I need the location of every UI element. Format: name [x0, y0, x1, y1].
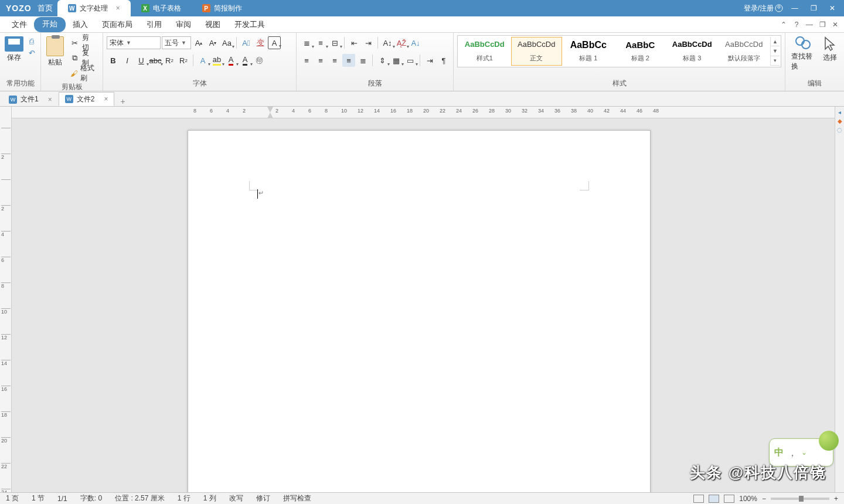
grow-font-button[interactable]: A▴ — [192, 36, 205, 49]
copy-button[interactable]: ⧉复制 — [68, 52, 98, 64]
view-web-layout-button[interactable] — [709, 495, 719, 503]
align-left-button[interactable]: ≡ — [300, 54, 313, 67]
page[interactable] — [188, 130, 651, 492]
bullets-button[interactable]: ≣ — [300, 36, 313, 49]
gallery-more-icon[interactable]: ▾ — [771, 56, 780, 66]
style-标题 3[interactable]: AaBbCcDd标题 3 — [666, 37, 718, 66]
panel-collapse-icon[interactable]: ◂ — [838, 109, 841, 115]
horizontal-ruler[interactable]: 8642246810121416182022242628303234363840… — [12, 107, 835, 118]
line-spacing-button[interactable]: ⇕ — [376, 54, 389, 67]
underline-button[interactable]: U — [135, 54, 148, 67]
indent-button[interactable]: ⇥ — [362, 36, 375, 49]
change-case-button[interactable]: Aa — [220, 36, 233, 49]
doc-tab-文件1[interactable]: W文件1× — [2, 92, 59, 106]
status-section[interactable]: 1 节 — [32, 493, 45, 503]
close-icon[interactable]: × — [48, 96, 52, 104]
menu-开始[interactable]: 开始 — [34, 17, 66, 32]
shrink-font-button[interactable]: A▾ — [206, 36, 219, 49]
view-outline-button[interactable] — [724, 495, 734, 503]
font-size-combo[interactable]: 五号▼ — [162, 36, 191, 49]
status-words[interactable]: 字数: 0 — [80, 493, 102, 503]
borders-button[interactable]: ▭ — [404, 54, 417, 67]
style-标题 2[interactable]: AaBbC标题 2 — [615, 37, 666, 66]
circled-char-button[interactable]: ㊞ — [253, 54, 266, 67]
clear-format-button[interactable]: Aͯ — [240, 36, 253, 49]
style-样式1[interactable]: AaBbCcDd样式1 — [459, 37, 511, 66]
app-tab-简报制作[interactable]: P简报制作 — [192, 0, 253, 16]
paste-button[interactable]: 粘贴 — [45, 35, 66, 69]
zoom-in-button[interactable]: + — [834, 495, 838, 503]
app-tab-电子表格[interactable]: X电子表格 — [131, 0, 192, 16]
menu-插入[interactable]: 插入 — [66, 17, 95, 32]
menu-引用[interactable]: 引用 — [139, 17, 169, 32]
document-canvas[interactable] — [12, 118, 835, 492]
status-spell[interactable]: 拼写检查 — [283, 493, 311, 503]
style-标题 1[interactable]: AaBbCc标题 1 — [563, 37, 614, 66]
highlight-button[interactable]: ab — [210, 54, 223, 67]
new-doc-button[interactable]: + — [114, 97, 131, 106]
status-page-of[interactable]: 1/1 — [57, 495, 67, 503]
zoom-slider[interactable] — [771, 498, 829, 500]
status-row[interactable]: 1 行 — [178, 493, 190, 503]
panel-nav-icon[interactable]: ◆ — [838, 118, 842, 124]
subscript-button[interactable]: R2 — [163, 54, 176, 67]
inner-restore-icon[interactable]: ❐ — [817, 21, 828, 29]
quick-print-icon[interactable]: ⎙ — [27, 36, 36, 46]
sort-asc-button[interactable]: A↓ — [409, 36, 422, 49]
align-right-button[interactable]: ≡ — [328, 54, 341, 67]
select-button[interactable]: 选择 — [819, 35, 840, 64]
italic-button[interactable]: I — [121, 54, 134, 67]
close-icon[interactable]: × — [116, 4, 120, 12]
text-effect-button[interactable]: A — [196, 54, 209, 67]
bold-button[interactable]: B — [107, 54, 120, 67]
shading-button[interactable]: A — [239, 54, 251, 67]
menu-开发工具[interactable]: 开发工具 — [227, 17, 272, 32]
app-tab-文字处理[interactable]: W文字处理× — [57, 0, 131, 16]
align-center-button[interactable]: ≡ — [314, 54, 327, 67]
inner-close-icon[interactable]: ✕ — [830, 21, 840, 29]
status-page[interactable]: 1 页 — [6, 493, 19, 503]
superscript-button[interactable]: R2 — [177, 54, 190, 67]
help-icon[interactable]: ? — [791, 21, 802, 29]
show-marks-button[interactable]: ¶ — [437, 54, 450, 67]
panel-option-icon[interactable]: ◌ — [837, 127, 842, 133]
first-line-indent-marker[interactable] — [267, 107, 273, 113]
save-button[interactable]: 保存 — [4, 35, 25, 64]
gallery-up-icon[interactable]: ▲ — [771, 37, 780, 46]
para-shading-button[interactable]: ▦ — [390, 54, 403, 67]
close-icon[interactable]: × — [104, 95, 108, 103]
menu-视图[interactable]: 视图 — [198, 17, 227, 32]
outdent-button[interactable]: ⇤ — [348, 36, 360, 49]
status-col[interactable]: 1 列 — [203, 493, 216, 503]
zoom-out-button[interactable]: − — [762, 495, 766, 503]
gallery-down-icon[interactable]: ▼ — [771, 46, 780, 56]
status-position[interactable]: 位置 : 2.57 厘米 — [115, 493, 165, 503]
strike-button[interactable]: abc — [149, 54, 162, 67]
login-link[interactable]: 登录/注册 — [744, 4, 783, 13]
zoom-value[interactable]: 100% — [739, 495, 757, 503]
format-painter-button[interactable]: 🖌格式刷 — [68, 67, 98, 80]
style-正文[interactable]: AaBbCcDd正文 — [511, 37, 563, 66]
undo-icon[interactable]: ↶ — [27, 48, 36, 57]
status-overwrite[interactable]: 改写 — [229, 493, 243, 503]
maximize-button[interactable]: ❐ — [806, 2, 821, 14]
find-replace-button[interactable]: 查找替换 — [789, 35, 818, 73]
font-name-combo[interactable]: 宋体▼ — [107, 36, 161, 49]
vertical-ruler[interactable]: 224681012141618202224 — [0, 107, 12, 492]
menu-页面布局[interactable]: 页面布局 — [95, 17, 139, 32]
minimize-button[interactable]: — — [788, 2, 802, 14]
close-button[interactable]: ✕ — [825, 2, 839, 14]
tab-button[interactable]: ⇥ — [423, 54, 436, 67]
char-border-button[interactable]: A — [268, 36, 281, 49]
view-print-layout-button[interactable] — [693, 495, 704, 503]
font-color-button[interactable]: A — [224, 54, 237, 67]
phonetic-button[interactable]: 变 — [254, 36, 267, 49]
style-默认段落字[interactable]: AaBbCcDd默认段落字 — [719, 37, 770, 66]
doc-tab-文件2[interactable]: W文件2× — [59, 92, 115, 106]
distribute-button[interactable]: ≣ — [356, 54, 369, 67]
hanging-indent-marker[interactable] — [267, 113, 273, 118]
status-track[interactable]: 修订 — [256, 493, 270, 503]
cut-button[interactable]: ✂剪切 — [68, 36, 98, 49]
justify-button[interactable]: ≡ — [342, 54, 355, 67]
collapse-ribbon-icon[interactable]: ⌃ — [778, 21, 789, 29]
